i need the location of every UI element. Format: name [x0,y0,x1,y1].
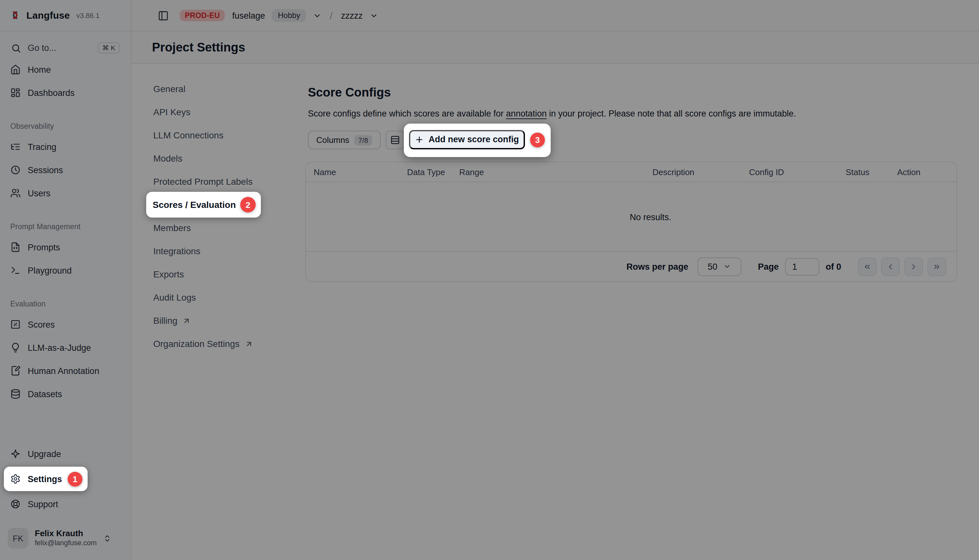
add-score-config-button[interactable]: Add new score config [409,130,525,149]
add-score-config-spotlight: Add new score config 3 [404,123,551,157]
sidebar-item-settings[interactable]: Settings 1 [4,467,88,491]
step-badge-2: 2 [240,197,256,212]
settings-nav-scores-evaluation-active[interactable]: Scores / Evaluation 2 [146,192,261,218]
step-badge-1: 1 [68,472,82,486]
langfuse-app: Langfuse v3.86.1 Go to... ⌘ K Home Dashb… [0,0,979,560]
settings-nav-label: Scores / Evaluation [153,200,236,210]
gear-icon [10,474,21,484]
step-badge-3: 3 [530,132,545,147]
dim-overlay [0,0,979,560]
plus-icon [415,135,424,144]
sidebar-item-label: Settings [28,474,62,484]
add-score-config-label: Add new score config [429,135,519,144]
